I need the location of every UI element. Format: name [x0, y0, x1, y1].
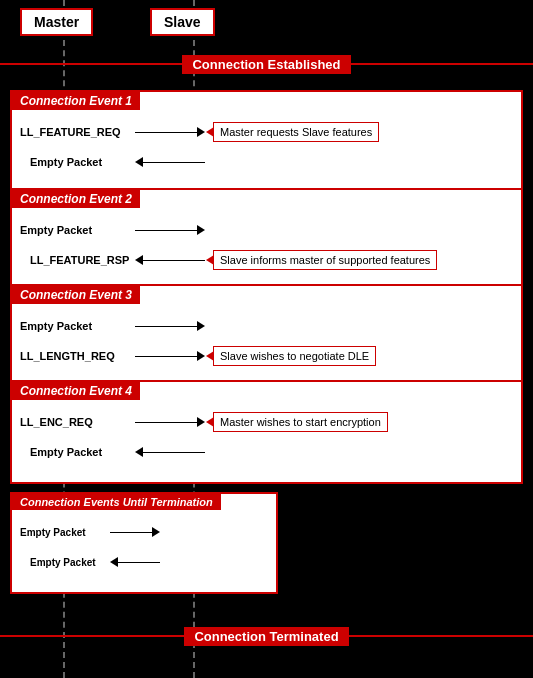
event-2-content: Empty Packet LL_FEATURE_RSP Slave inform…: [12, 212, 521, 282]
length-req-comment: Slave wishes to negotiate DLE: [213, 346, 376, 366]
arrow-shaft-7: [135, 422, 197, 423]
arrow-shaft-2: [143, 162, 205, 163]
arrow-head-left-2: [135, 255, 143, 265]
arrow-head-2: [197, 225, 205, 235]
arrow-head-left: [135, 157, 143, 167]
arrow-shaft-8: [143, 452, 205, 453]
event-4-content: LL_ENC_REQ Master wishes to start encryp…: [12, 404, 521, 474]
arrow-feature-rsp: LL_FEATURE_RSP Slave informs master of s…: [20, 248, 513, 272]
empty-packet-label-1: Empty Packet: [20, 156, 135, 168]
arrow-length-req: LL_LENGTH_REQ Slave wishes to negotiate …: [20, 344, 513, 368]
arrow-shaft-6: [135, 356, 197, 357]
empty-packet-label-4: Empty Packet: [20, 446, 135, 458]
terminated-line-left: [0, 635, 184, 637]
arrow-enc-req: LL_ENC_REQ Master wishes to start encryp…: [20, 410, 513, 434]
length-req-label: LL_LENGTH_REQ: [20, 350, 135, 362]
event-3-box: Connection Event 3 Empty Packet LL_LENGT…: [10, 284, 523, 388]
established-banner: Connection Established: [0, 55, 533, 73]
empty-packet-label-3: Empty Packet: [20, 320, 135, 332]
established-line-left: [0, 63, 182, 65]
event-3-content: Empty Packet LL_LENGTH_REQ Slave wishes …: [12, 308, 521, 378]
comment-arrow-2: [206, 255, 214, 265]
event-5-title: Connection Events Until Termination: [12, 494, 221, 510]
arrow-empty-5: Empty Packet: [20, 520, 268, 544]
arrow-head: [197, 127, 205, 137]
arrow-head-left-3: [135, 447, 143, 457]
event-1-title: Connection Event 1: [12, 92, 140, 110]
terminated-label: Connection Terminated: [184, 627, 348, 646]
arrow-head-4: [197, 351, 205, 361]
arrow-shaft-9: [110, 532, 152, 533]
empty-packet-label-2: Empty Packet: [20, 224, 135, 236]
event-5-box: Connection Events Until Termination Empt…: [10, 492, 278, 594]
arrow-shaft-5: [135, 326, 197, 327]
arrow-head-3: [197, 321, 205, 331]
enc-req-comment: Master wishes to start encryption: [213, 412, 388, 432]
arrow-empty-6: Empty Packet: [20, 550, 268, 574]
arrow-shaft: [135, 132, 197, 133]
event-1-box: Connection Event 1 LL_FEATURE_REQ Master…: [10, 90, 523, 194]
event-4-title: Connection Event 4: [12, 382, 140, 400]
comment-arrow: [206, 127, 214, 137]
event-4-box: Connection Event 4 LL_ENC_REQ Master wis…: [10, 380, 523, 484]
arrow-head-6: [152, 527, 160, 537]
comment-arrow-4: [206, 417, 214, 427]
slave-node: Slave: [150, 8, 215, 36]
empty-packet-label-5: Empty Packet: [20, 527, 110, 538]
empty-packet-label-6: Empty Packet: [20, 557, 110, 568]
enc-req-label: LL_ENC_REQ: [20, 416, 135, 428]
event-1-content: LL_FEATURE_REQ Master requests Slave fea…: [12, 114, 521, 184]
arrow-feature-req: LL_FEATURE_REQ Master requests Slave fea…: [20, 120, 513, 144]
master-node: Master: [20, 8, 93, 36]
feature-rsp-comment: Slave informs master of supported featur…: [213, 250, 437, 270]
arrow-head-left-4: [110, 557, 118, 567]
arrow-shaft-4: [143, 260, 205, 261]
sequence-diagram: Master Slave Connection Established Conn…: [0, 0, 533, 678]
arrow-head-5: [197, 417, 205, 427]
event-2-title: Connection Event 2: [12, 190, 140, 208]
arrow-empty-4: Empty Packet: [20, 440, 513, 464]
event-2-box: Connection Event 2 Empty Packet LL_FEATU…: [10, 188, 523, 292]
comment-arrow-3: [206, 351, 214, 361]
established-line-right: [351, 63, 533, 65]
feature-req-label: LL_FEATURE_REQ: [20, 126, 135, 138]
feature-req-comment: Master requests Slave features: [213, 122, 379, 142]
terminated-line-right: [349, 635, 533, 637]
arrow-shaft-10: [118, 562, 160, 563]
arrow-empty-2: Empty Packet: [20, 218, 513, 242]
arrow-shaft-3: [135, 230, 197, 231]
event-3-title: Connection Event 3: [12, 286, 140, 304]
arrow-empty-1: Empty Packet: [20, 150, 513, 174]
event-5-content: Empty Packet Empty Packet: [12, 514, 276, 584]
feature-rsp-label: LL_FEATURE_RSP: [20, 254, 135, 266]
established-label: Connection Established: [182, 55, 350, 74]
arrow-empty-3: Empty Packet: [20, 314, 513, 338]
terminated-banner: Connection Terminated: [0, 627, 533, 645]
